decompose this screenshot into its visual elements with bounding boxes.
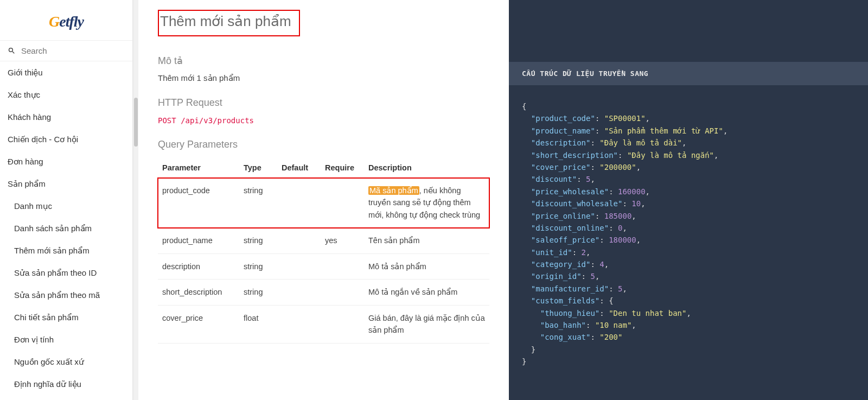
desc-text: Thêm mới 1 sản phẩm bbox=[158, 73, 489, 83]
nav-item-14[interactable]: Định nghĩa dữ liệu bbox=[0, 373, 132, 395]
cell-require: yes bbox=[321, 228, 364, 253]
code-body: { "product_code": "SP00001", "product_na… bbox=[509, 85, 868, 383]
cell-require bbox=[321, 178, 364, 228]
nav-item-10[interactable]: Sửa sản phẩm theo mã bbox=[0, 284, 132, 306]
cell-require bbox=[321, 253, 364, 279]
th-description: Description bbox=[364, 158, 489, 178]
cell-require bbox=[321, 280, 364, 305]
logo-rest: etfly bbox=[59, 13, 84, 30]
table-row: descriptionstringMô tả sản phẩm bbox=[158, 253, 489, 279]
highlight: Mã sản phẩm bbox=[368, 186, 419, 195]
cell-type: string bbox=[239, 280, 277, 305]
http-request: POST /api/v3/products bbox=[158, 116, 489, 125]
code-heading: CẤU TRÚC DỮ LIỆU TRUYỀN SANG bbox=[509, 62, 868, 85]
search-input[interactable] bbox=[21, 46, 125, 55]
table-row: product_codestringMã sản phẩm, nếu không… bbox=[158, 178, 489, 228]
logo: Getfly bbox=[0, 0, 132, 40]
nav-item-1[interactable]: Xác thực bbox=[0, 84, 132, 106]
table-row: cover_pricefloatGiá bán, đây là giá mặc … bbox=[158, 305, 489, 343]
nav-item-8[interactable]: Thêm mới sản phẩm bbox=[0, 239, 132, 262]
section-params: Query Parameters bbox=[158, 139, 489, 150]
cell-parameter: product_code bbox=[158, 178, 239, 228]
section-desc: Mô tả bbox=[158, 55, 489, 67]
sidebar-scrollbar[interactable] bbox=[133, 0, 138, 400]
cell-type: string bbox=[239, 178, 277, 228]
nav-item-3[interactable]: Chiến dịch - Cơ hội bbox=[0, 128, 132, 150]
code-pane: CẤU TRÚC DỮ LIỆU TRUYỀN SANG { "product_… bbox=[509, 0, 868, 400]
nav-item-6[interactable]: Danh mục bbox=[0, 195, 132, 217]
nav-item-13[interactable]: Nguồn gốc xuất xứ bbox=[0, 351, 132, 373]
cell-default bbox=[277, 228, 321, 253]
cell-description: Mô tả sản phẩm bbox=[364, 253, 489, 279]
nav-item-12[interactable]: Đơn vị tính bbox=[0, 328, 132, 351]
search-icon bbox=[8, 47, 16, 55]
table-row: short_descriptionstringMô tả ngắn về sản… bbox=[158, 280, 489, 305]
cell-description: Mã sản phẩm, nếu không truyền sang sẽ tự… bbox=[364, 178, 489, 228]
scrollbar-thumb[interactable] bbox=[134, 98, 138, 147]
search-row[interactable] bbox=[0, 40, 132, 61]
th-default: Default bbox=[277, 158, 321, 178]
cell-default bbox=[277, 253, 321, 279]
th-require: Require bbox=[321, 158, 364, 178]
cell-require bbox=[321, 305, 364, 343]
doc-pane: Thêm mới sản phẩm Mô tả Thêm mới 1 sản p… bbox=[138, 0, 509, 400]
params-table: Parameter Type Default Require Descripti… bbox=[158, 158, 489, 344]
nav-item-11[interactable]: Chi tiết sản phẩm bbox=[0, 306, 132, 328]
logo-prefix: G bbox=[49, 13, 59, 30]
cell-description: Tên sản phẩm bbox=[364, 228, 489, 253]
cell-parameter: cover_price bbox=[158, 305, 239, 343]
cell-type: string bbox=[239, 253, 277, 279]
page-title: Thêm mới sản phẩm bbox=[158, 10, 300, 36]
cell-default bbox=[277, 178, 321, 228]
nav-item-5[interactable]: Sản phẩm bbox=[0, 173, 132, 195]
cell-type: float bbox=[239, 305, 277, 343]
cell-parameter: short_description bbox=[158, 280, 239, 305]
cell-description: Mô tả ngắn về sản phẩm bbox=[364, 280, 489, 305]
cell-default bbox=[277, 305, 321, 343]
cell-default bbox=[277, 280, 321, 305]
nav-item-9[interactable]: Sửa sản phẩm theo ID bbox=[0, 262, 132, 284]
th-parameter: Parameter bbox=[158, 158, 239, 178]
cell-type: string bbox=[239, 228, 277, 253]
sidebar: Getfly Giới thiệuXác thựcKhách hàngChiến… bbox=[0, 0, 133, 400]
cell-parameter: description bbox=[158, 253, 239, 279]
nav-item-2[interactable]: Khách hàng bbox=[0, 106, 132, 128]
table-row: product_namestringyesTên sản phẩm bbox=[158, 228, 489, 253]
th-type: Type bbox=[239, 158, 277, 178]
section-http: HTTP Request bbox=[158, 97, 489, 109]
nav-item-0[interactable]: Giới thiệu bbox=[0, 61, 132, 84]
cell-description: Giá bán, đây là giá mặc định của sản phẩ… bbox=[364, 305, 489, 343]
cell-parameter: product_name bbox=[158, 228, 239, 253]
nav-item-7[interactable]: Danh sách sản phẩm bbox=[0, 217, 132, 239]
nav-item-4[interactable]: Đơn hàng bbox=[0, 150, 132, 173]
nav: Giới thiệuXác thựcKhách hàngChiến dịch -… bbox=[0, 61, 132, 400]
